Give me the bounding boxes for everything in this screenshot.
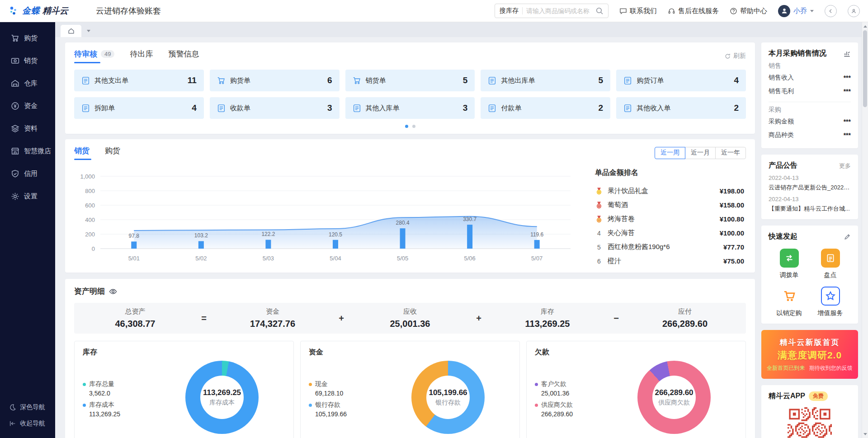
asset-breakdowns: 库存 库存总量 3,562.0 库存成本 113,269.25 113,269.… [74, 341, 746, 438]
more-link[interactable]: 更多 [839, 162, 851, 170]
after-sales-service-link[interactable]: 售后在线服务 [668, 7, 719, 15]
pending-count-badge: 49 [101, 50, 114, 58]
carousel-pagination [65, 119, 755, 131]
tile-payment-bill[interactable]: 付款单 2 [481, 97, 610, 119]
todo-card: 待审核 49 待出库 预警信息 刷新 [65, 42, 755, 134]
tile-purchase-order[interactable]: 购货订单 4 [616, 70, 746, 91]
sales-trend-chart: 02004006008001,00097.8103.2122.2120.5280… [68, 167, 582, 265]
main-navigation: 购货 销货 仓库 资金 资料 [0, 22, 55, 207]
tabs-dropdown-button[interactable] [83, 25, 94, 37]
tile-sales-bill[interactable]: 销货单 5 [345, 70, 475, 91]
assets-title: 资产明细 [74, 286, 105, 297]
stat-row: 销售收入 *** [769, 71, 851, 85]
gear-icon [11, 192, 19, 201]
help-center-link[interactable]: 帮助中心 [730, 7, 767, 15]
range-month-button[interactable]: 近一月 [685, 147, 716, 159]
operator-equals: = [196, 313, 212, 324]
kingdee-logo-icon [8, 5, 19, 16]
ranking-item[interactable]: 葡萄酒 ¥158.00 [595, 198, 744, 212]
asset-inventory: 库存 113,269.25 [486, 307, 609, 329]
eye-icon[interactable] [109, 287, 117, 296]
sidebar-item-data[interactable]: 资料 [0, 117, 55, 140]
user-circle-icon [850, 8, 857, 14]
svg-text:119.6: 119.6 [530, 231, 543, 238]
range-year-button[interactable]: 近一年 [715, 147, 746, 159]
search-input[interactable] [526, 7, 595, 14]
left-sidebar: 购货 销货 仓库 资金 资料 [0, 22, 55, 438]
switch-version-button[interactable] [825, 5, 837, 17]
inventory-breakdown-card: 库存 库存总量 3,562.0 库存成本 113,269.25 113,269.… [74, 341, 294, 438]
inventory-searchbox[interactable]: 搜库存 [495, 4, 609, 18]
sidebar-item-warehouse[interactable]: 仓库 [0, 72, 55, 94]
ranking-item[interactable]: 烤海苔卷 ¥100.80 [595, 212, 744, 226]
tab-purchase[interactable]: 购货 [105, 146, 120, 160]
ranking-item[interactable]: 4 夹心海苔 ¥100.00 [595, 226, 744, 240]
tab-home[interactable] [61, 25, 81, 37]
tile-disassembly-bill[interactable]: 拆卸单 4 [74, 97, 204, 119]
tile-other-inbound-bill[interactable]: 其他入库单 3 [345, 97, 475, 119]
quick-sell-to-buy[interactable]: 以销定购 [777, 287, 802, 317]
divider [769, 102, 851, 102]
collapse-nav-button[interactable]: 收起导航 [0, 415, 55, 432]
quick-value-added-service[interactable]: 增值服务 [818, 287, 843, 317]
sidebar-item-purchase[interactable]: 购货 [0, 27, 55, 49]
user-menu[interactable]: 小乔 [778, 5, 814, 17]
scrollbar-thumb[interactable] [863, 30, 867, 107]
search-icon[interactable] [595, 7, 604, 15]
svg-text:5/06: 5/06 [464, 255, 475, 262]
tab-alerts[interactable]: 预警信息 [168, 49, 199, 63]
document-icon [488, 104, 496, 113]
scroll-up-arrow[interactable] [862, 23, 868, 29]
sidebar-item-smart-store[interactable]: 智慧微店 [0, 140, 55, 162]
search-scope-label[interactable]: 搜库存 [500, 7, 519, 15]
sidebar-item-sales[interactable]: 销货 [0, 49, 55, 72]
app-download-card: 精斗云APP 免费 [761, 385, 858, 438]
tile-other-outbound-bill[interactable]: 其他出库单 5 [481, 70, 610, 91]
tile-purchase-bill[interactable]: 购货单 6 [210, 70, 340, 91]
svg-text:0: 0 [92, 245, 95, 252]
quick-stocktake[interactable]: 盘点 [821, 249, 840, 279]
scroll-down-arrow[interactable] [862, 431, 868, 437]
orange-cart-icon [780, 287, 799, 306]
dark-nav-toggle[interactable]: 深色导航 [0, 399, 55, 415]
inventory-donut-chart: 113,269.25 库存成本 [185, 361, 259, 434]
chevron-down-icon [87, 30, 90, 32]
profile-button[interactable] [848, 5, 860, 17]
announcement-item[interactable]: 2022-04-13 【重要通知】精斗云工作台城... [769, 196, 851, 213]
range-week-button[interactable]: 近一周 [655, 147, 685, 159]
contact-us-link[interactable]: 联系我们 [619, 7, 657, 15]
todo-tiles: 其他支出单 11 购货单 6 销货单 5 其他出库单 5 [65, 68, 755, 119]
home-icon [68, 28, 75, 34]
page-scrollbar[interactable] [862, 22, 868, 438]
tile-receipt-bill[interactable]: 收款单 3 [210, 97, 340, 119]
back-arrow-icon [827, 8, 834, 14]
tab-pending-review[interactable]: 待审核 49 [74, 49, 114, 63]
sidebar-item-credit[interactable]: 信用 [0, 162, 55, 185]
asset-total: 总资产 46,308.77 [74, 307, 196, 329]
funds-breakdown-card: 资金 现金 69,128.10 银行存款 105,199.66 105,199.… [300, 341, 520, 438]
sidebar-item-settings[interactable]: 设置 [0, 185, 55, 207]
carousel-dot-1[interactable] [405, 125, 408, 128]
sidebar-item-funds[interactable]: 资金 [0, 94, 55, 117]
refresh-button[interactable]: 刷新 [724, 52, 746, 60]
tile-other-income-bill[interactable]: 其他收入单 2 [616, 97, 746, 119]
page-tabs-bar [55, 22, 862, 37]
tile-other-expense-bill[interactable]: 其他支出单 11 [74, 70, 204, 91]
tab-sales[interactable]: 销货 [74, 146, 90, 160]
ranking-item[interactable]: 果汁饮品礼盒 ¥198.00 [595, 184, 744, 198]
edit-icon[interactable] [844, 233, 851, 240]
debt-breakdown-card: 欠款 客户欠款 25,001.36 供应商欠款 266,289.60 266,2… [526, 341, 746, 438]
announcement-item[interactable]: 2022-04-13 云进销存产品更新公告_20220... [769, 174, 851, 192]
brand-logo[interactable]: 金蝶 精斗云 [8, 5, 84, 17]
svg-text:5/03: 5/03 [263, 255, 274, 262]
svg-text:5/02: 5/02 [195, 255, 207, 262]
product-amount-ranking: 单品金额排名 果汁饮品礼盒 ¥198.00 葡萄酒 ¥158.00 [595, 167, 744, 268]
survey-banner[interactable]: 精斗云新版首页 满意度调研2.0 全新首页已到来 期待收到您的反馈 [761, 330, 858, 379]
free-badge: 免费 [809, 391, 828, 401]
ranking-item[interactable]: 6 橙汁 ¥75.00 [595, 254, 744, 268]
ranking-item[interactable]: 5 西红柿意粉酱190g*6 ¥77.70 [595, 240, 744, 254]
tab-pending-outbound[interactable]: 待出库 [130, 49, 153, 63]
sales-trend-card: 销货 购货 近一周 近一月 近一年 02004006008001,00097.8… [65, 139, 755, 273]
quick-transfer-order[interactable]: 调拨单 [780, 249, 799, 279]
carousel-dot-2[interactable] [412, 125, 415, 128]
